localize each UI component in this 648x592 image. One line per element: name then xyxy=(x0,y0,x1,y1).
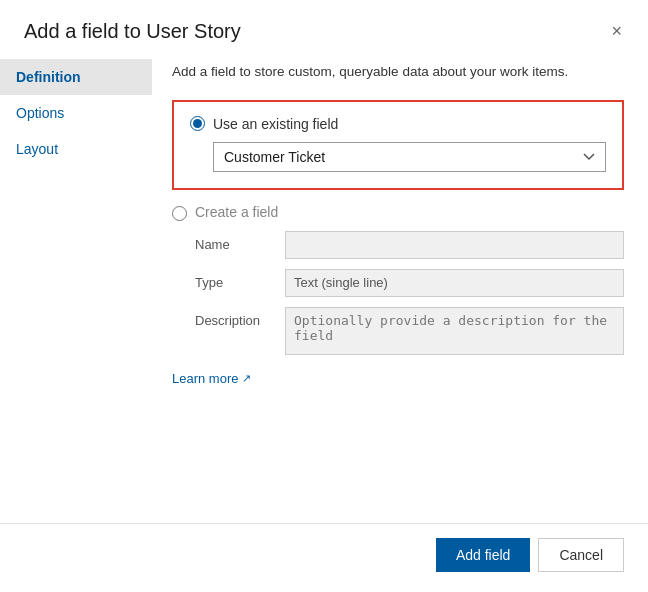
use-existing-radio[interactable] xyxy=(190,116,205,131)
description-field-row: Description xyxy=(195,307,624,355)
description-text: Add a field to store custom, queryable d… xyxy=(172,63,624,82)
use-existing-label[interactable]: Use an existing field xyxy=(213,116,338,132)
dialog-footer: Add field Cancel xyxy=(0,523,648,592)
dialog-title: Add a field to User Story xyxy=(24,20,241,43)
close-button[interactable]: × xyxy=(609,22,624,40)
create-field-radio[interactable] xyxy=(172,206,187,221)
create-field-radio-row: Create a field xyxy=(172,204,624,221)
add-field-button[interactable]: Add field xyxy=(436,538,530,572)
description-label: Description xyxy=(195,307,275,328)
dialog-body: Definition Options Layout Add a field to… xyxy=(0,51,648,523)
cancel-button[interactable]: Cancel xyxy=(538,538,624,572)
type-field-row: Type xyxy=(195,269,624,297)
external-link-icon: ↗ xyxy=(242,372,251,385)
sidebar-item-layout[interactable]: Layout xyxy=(0,131,152,167)
main-content: Add a field to store custom, queryable d… xyxy=(152,51,648,523)
existing-field-dropdown[interactable]: Customer Ticket xyxy=(213,142,606,172)
sidebar: Definition Options Layout xyxy=(0,51,152,523)
create-field-inputs: Name Type Description xyxy=(195,231,624,355)
sidebar-item-definition[interactable]: Definition xyxy=(0,59,152,95)
learn-more-text: Learn more xyxy=(172,371,238,386)
name-input[interactable] xyxy=(285,231,624,259)
dialog-header: Add a field to User Story × xyxy=(0,0,648,51)
use-existing-radio-row: Use an existing field xyxy=(190,116,606,132)
type-label: Type xyxy=(195,269,275,290)
learn-more-container: Learn more ↗ xyxy=(172,367,624,386)
use-existing-field-section: Use an existing field Customer Ticket xyxy=(172,100,624,190)
learn-more-link[interactable]: Learn more ↗ xyxy=(172,371,251,386)
sidebar-item-options[interactable]: Options xyxy=(0,95,152,131)
name-label: Name xyxy=(195,231,275,252)
existing-field-dropdown-wrapper: Customer Ticket xyxy=(213,142,606,172)
name-field-row: Name xyxy=(195,231,624,259)
description-textarea[interactable] xyxy=(285,307,624,355)
create-field-label[interactable]: Create a field xyxy=(195,204,278,220)
add-field-dialog: Add a field to User Story × Definition O… xyxy=(0,0,648,592)
type-input[interactable] xyxy=(285,269,624,297)
create-field-section: Create a field Name Type Description xyxy=(172,204,624,355)
